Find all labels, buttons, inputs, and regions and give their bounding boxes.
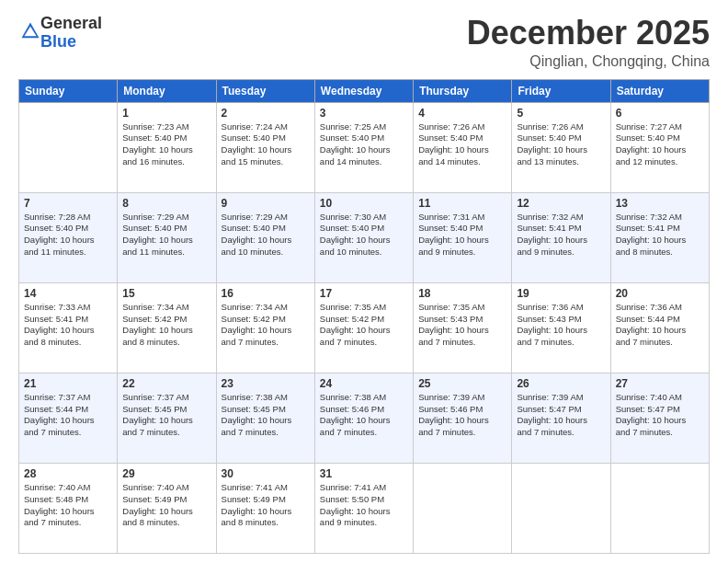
weekday-header-wednesday: Wednesday: [314, 79, 413, 102]
day-number: 22: [122, 377, 210, 390]
calendar-day-cell: 21Sunrise: 7:37 AM Sunset: 5:44 PM Dayli…: [19, 373, 118, 463]
calendar-day-cell: 30Sunrise: 7:41 AM Sunset: 5:49 PM Dayli…: [216, 463, 314, 553]
calendar-day-cell: 18Sunrise: 7:35 AM Sunset: 5:43 PM Dayli…: [414, 282, 512, 373]
day-info: Sunrise: 7:24 AM Sunset: 5:40 PM Dayligh…: [222, 121, 310, 168]
day-number: 16: [222, 287, 310, 300]
day-info: Sunrise: 7:33 AM Sunset: 5:41 PM Dayligh…: [24, 302, 112, 349]
calendar-day-cell: 31Sunrise: 7:41 AM Sunset: 5:50 PM Dayli…: [314, 463, 413, 553]
day-info: Sunrise: 7:41 AM Sunset: 5:50 PM Dayligh…: [320, 482, 408, 529]
day-info: Sunrise: 7:34 AM Sunset: 5:42 PM Dayligh…: [122, 302, 210, 349]
calendar-week-row: 1Sunrise: 7:23 AM Sunset: 5:40 PM Daylig…: [19, 102, 710, 192]
calendar-day-cell: 20Sunrise: 7:36 AM Sunset: 5:44 PM Dayli…: [610, 282, 709, 373]
day-number: 30: [222, 467, 310, 480]
calendar-day-cell: 8Sunrise: 7:29 AM Sunset: 5:40 PM Daylig…: [118, 192, 216, 282]
day-info: Sunrise: 7:31 AM Sunset: 5:40 PM Dayligh…: [418, 212, 506, 259]
weekday-header-saturday: Saturday: [610, 79, 709, 102]
location-title: Qinglian, Chongqing, China: [467, 53, 710, 70]
day-number: 26: [517, 377, 605, 390]
day-info: Sunrise: 7:37 AM Sunset: 5:45 PM Dayligh…: [122, 392, 210, 439]
day-info: Sunrise: 7:39 AM Sunset: 5:46 PM Dayligh…: [418, 392, 506, 439]
calendar-day-cell: 16Sunrise: 7:34 AM Sunset: 5:42 PM Dayli…: [216, 282, 314, 373]
logo-icon: [20, 21, 40, 41]
day-number: 5: [517, 107, 605, 120]
day-info: Sunrise: 7:36 AM Sunset: 5:43 PM Dayligh…: [517, 302, 605, 349]
day-info: Sunrise: 7:25 AM Sunset: 5:40 PM Dayligh…: [320, 121, 408, 168]
weekday-header-tuesday: Tuesday: [216, 79, 314, 102]
weekday-header-sunday: Sunday: [19, 79, 118, 102]
page: General Blue December 2025 Qinglian, Cho…: [0, 0, 728, 563]
day-info: Sunrise: 7:30 AM Sunset: 5:40 PM Dayligh…: [320, 212, 408, 259]
day-number: 28: [24, 467, 112, 480]
day-info: Sunrise: 7:28 AM Sunset: 5:40 PM Dayligh…: [24, 212, 112, 259]
day-info: Sunrise: 7:35 AM Sunset: 5:42 PM Dayligh…: [320, 302, 408, 349]
day-info: Sunrise: 7:40 AM Sunset: 5:49 PM Dayligh…: [122, 482, 210, 529]
calendar-day-cell: 4Sunrise: 7:26 AM Sunset: 5:40 PM Daylig…: [414, 102, 512, 192]
calendar-day-cell: 15Sunrise: 7:34 AM Sunset: 5:42 PM Dayli…: [118, 282, 216, 373]
day-info: Sunrise: 7:34 AM Sunset: 5:42 PM Dayligh…: [222, 302, 310, 349]
calendar-day-cell: 11Sunrise: 7:31 AM Sunset: 5:40 PM Dayli…: [414, 192, 512, 282]
day-number: 1: [122, 107, 210, 120]
calendar-day-cell: [610, 463, 709, 553]
day-number: 2: [222, 107, 310, 120]
calendar-day-cell: 24Sunrise: 7:38 AM Sunset: 5:46 PM Dayli…: [314, 373, 413, 463]
day-info: Sunrise: 7:32 AM Sunset: 5:41 PM Dayligh…: [616, 212, 704, 259]
day-info: Sunrise: 7:29 AM Sunset: 5:40 PM Dayligh…: [222, 212, 310, 259]
day-number: 23: [222, 377, 310, 390]
day-info: Sunrise: 7:29 AM Sunset: 5:40 PM Dayligh…: [122, 212, 210, 259]
day-number: 8: [122, 197, 210, 210]
calendar-day-cell: 22Sunrise: 7:37 AM Sunset: 5:45 PM Dayli…: [118, 373, 216, 463]
day-number: 7: [24, 197, 112, 210]
day-number: 4: [418, 107, 506, 120]
weekday-header-thursday: Thursday: [414, 79, 512, 102]
calendar-day-cell: 27Sunrise: 7:40 AM Sunset: 5:47 PM Dayli…: [610, 373, 709, 463]
logo-general-text: General: [40, 14, 102, 32]
day-number: 9: [222, 197, 310, 210]
calendar-day-cell: 25Sunrise: 7:39 AM Sunset: 5:46 PM Dayli…: [414, 373, 512, 463]
day-info: Sunrise: 7:23 AM Sunset: 5:40 PM Dayligh…: [122, 121, 210, 168]
day-info: Sunrise: 7:35 AM Sunset: 5:43 PM Dayligh…: [418, 302, 506, 349]
logo: General Blue: [18, 15, 102, 52]
calendar-day-cell: 10Sunrise: 7:30 AM Sunset: 5:40 PM Dayli…: [314, 192, 413, 282]
logo-blue-text: Blue: [40, 32, 76, 51]
calendar-day-cell: 26Sunrise: 7:39 AM Sunset: 5:47 PM Dayli…: [512, 373, 610, 463]
calendar-day-cell: 1Sunrise: 7:23 AM Sunset: 5:40 PM Daylig…: [118, 102, 216, 192]
calendar-day-cell: 9Sunrise: 7:29 AM Sunset: 5:40 PM Daylig…: [216, 192, 314, 282]
day-number: 3: [320, 107, 408, 120]
title-block: December 2025 Qinglian, Chongqing, China: [467, 15, 710, 70]
day-number: 6: [616, 107, 704, 120]
day-info: Sunrise: 7:27 AM Sunset: 5:40 PM Dayligh…: [616, 121, 704, 168]
day-number: 19: [517, 287, 605, 300]
calendar-day-cell: [414, 463, 512, 553]
calendar-week-row: 21Sunrise: 7:37 AM Sunset: 5:44 PM Dayli…: [19, 373, 710, 463]
day-info: Sunrise: 7:39 AM Sunset: 5:47 PM Dayligh…: [517, 392, 605, 439]
day-info: Sunrise: 7:41 AM Sunset: 5:49 PM Dayligh…: [222, 482, 310, 529]
day-number: 25: [418, 377, 506, 390]
calendar-day-cell: 2Sunrise: 7:24 AM Sunset: 5:40 PM Daylig…: [216, 102, 314, 192]
calendar-day-cell: 28Sunrise: 7:40 AM Sunset: 5:48 PM Dayli…: [19, 463, 118, 553]
day-number: 14: [24, 287, 112, 300]
day-number: 21: [24, 377, 112, 390]
calendar-week-row: 14Sunrise: 7:33 AM Sunset: 5:41 PM Dayli…: [19, 282, 710, 373]
calendar-week-row: 28Sunrise: 7:40 AM Sunset: 5:48 PM Dayli…: [19, 463, 710, 553]
calendar-week-row: 7Sunrise: 7:28 AM Sunset: 5:40 PM Daylig…: [19, 192, 710, 282]
weekday-header-monday: Monday: [118, 79, 216, 102]
day-number: 24: [320, 377, 408, 390]
day-number: 13: [616, 197, 704, 210]
calendar-day-cell: [19, 102, 118, 192]
day-info: Sunrise: 7:38 AM Sunset: 5:45 PM Dayligh…: [222, 392, 310, 439]
day-number: 27: [616, 377, 704, 390]
day-number: 15: [122, 287, 210, 300]
day-info: Sunrise: 7:32 AM Sunset: 5:41 PM Dayligh…: [517, 212, 605, 259]
day-info: Sunrise: 7:26 AM Sunset: 5:40 PM Dayligh…: [517, 121, 605, 168]
day-number: 29: [122, 467, 210, 480]
calendar-day-cell: 23Sunrise: 7:38 AM Sunset: 5:45 PM Dayli…: [216, 373, 314, 463]
day-info: Sunrise: 7:38 AM Sunset: 5:46 PM Dayligh…: [320, 392, 408, 439]
day-info: Sunrise: 7:36 AM Sunset: 5:44 PM Dayligh…: [616, 302, 704, 349]
calendar-day-cell: 12Sunrise: 7:32 AM Sunset: 5:41 PM Dayli…: [512, 192, 610, 282]
calendar-day-cell: 29Sunrise: 7:40 AM Sunset: 5:49 PM Dayli…: [118, 463, 216, 553]
day-number: 31: [320, 467, 408, 480]
calendar-day-cell: 6Sunrise: 7:27 AM Sunset: 5:40 PM Daylig…: [610, 102, 709, 192]
calendar-day-cell: 14Sunrise: 7:33 AM Sunset: 5:41 PM Dayli…: [19, 282, 118, 373]
day-number: 12: [517, 197, 605, 210]
day-info: Sunrise: 7:26 AM Sunset: 5:40 PM Dayligh…: [418, 121, 506, 168]
